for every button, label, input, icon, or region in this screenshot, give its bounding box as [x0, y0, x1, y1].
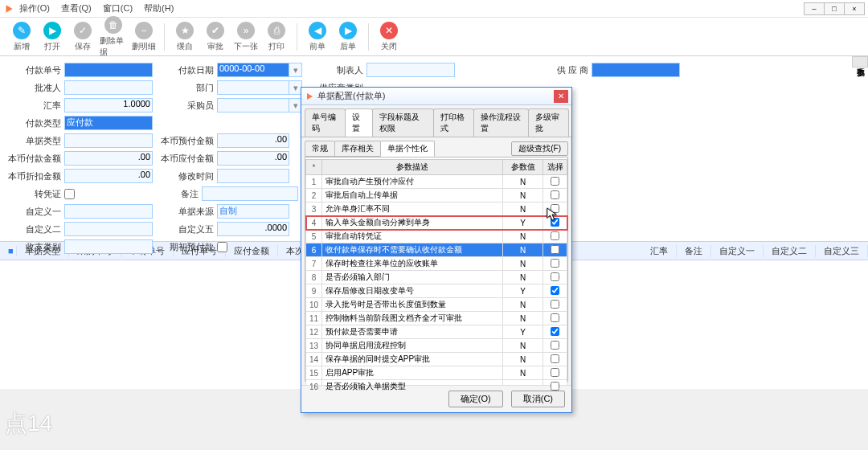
param-row[interactable]: 10 录入批号时是否带出长度值到数量 N	[306, 298, 567, 312]
param-val[interactable]: N	[503, 230, 543, 243]
param-check[interactable]	[551, 327, 559, 336]
param-row[interactable]: 14 保存单据的同时提交APP审批 N	[306, 353, 567, 366]
param-val[interactable]: N	[503, 298, 543, 312]
param-val[interactable]: N	[503, 202, 543, 216]
field-maker[interactable]	[366, 63, 455, 77]
field-source[interactable]: 自制	[217, 204, 289, 219]
chk-voucher[interactable]	[64, 189, 75, 199]
field-buyer[interactable]	[217, 98, 289, 112]
field-bcshpay[interactable]: .00	[217, 151, 289, 166]
ok-button[interactable]: 确定(O)	[448, 391, 503, 407]
field-receipt[interactable]	[64, 239, 153, 254]
dialog-tab[interactable]: 单号编码	[305, 108, 346, 137]
param-check[interactable]	[551, 231, 559, 240]
field-modtime[interactable]	[217, 169, 289, 183]
param-val[interactable]: N	[503, 189, 543, 202]
dialog-close-icon[interactable]: ✕	[554, 90, 568, 103]
next-record-button[interactable]: ▶后单	[334, 22, 362, 52]
dialog-tab[interactable]: 操作流程设置	[473, 108, 528, 137]
param-val[interactable]: N	[503, 243, 543, 257]
param-row[interactable]: 2 审批后自动上传单据 N	[306, 189, 567, 202]
field-approver[interactable]	[64, 80, 153, 95]
param-row[interactable]: 1 审批自动产生预付冲应付 N	[306, 175, 567, 189]
dialog-tab[interactable]: 打印格式	[433, 108, 474, 137]
param-val[interactable]: Y	[503, 284, 543, 298]
param-check[interactable]	[551, 382, 559, 391]
param-check[interactable]	[551, 313, 559, 322]
menu-help[interactable]: 帮助(H)	[144, 2, 174, 14]
approve-button[interactable]: ✔审批	[202, 22, 229, 52]
field-remark[interactable]	[202, 186, 298, 201]
date-dropdown-icon[interactable]: ▾	[289, 63, 302, 77]
prev-record-button[interactable]: ◀前单	[304, 22, 331, 52]
maximize-icon[interactable]: □	[824, 2, 845, 15]
param-row[interactable]: 13 协同单据启用流程控制 N	[306, 339, 567, 353]
param-row[interactable]: 7 保存时检查往来单位的应收账单 N	[306, 257, 567, 271]
menu-view[interactable]: 查看(Q)	[61, 2, 92, 14]
param-check[interactable]	[551, 341, 559, 350]
param-check[interactable]	[551, 259, 559, 268]
field-dept[interactable]	[217, 80, 289, 95]
chk-initpre[interactable]	[217, 242, 227, 252]
param-row[interactable]: 15 启用APP审批 N	[306, 366, 567, 380]
param-row[interactable]: 11 控制物料当前阶段图文档齐全才可审批 N	[306, 312, 567, 325]
menu-window[interactable]: 窗口(C)	[103, 2, 133, 14]
param-check[interactable]	[551, 245, 559, 254]
field-cust2[interactable]	[64, 222, 153, 236]
param-val[interactable]: N	[503, 353, 543, 366]
param-check[interactable]	[551, 272, 559, 281]
super-search-button[interactable]: 超级查找(F)	[511, 141, 568, 156]
field-prepay[interactable]: .00	[217, 133, 289, 148]
field-billdate[interactable]: 0000-00-00	[217, 63, 289, 77]
param-check[interactable]	[551, 190, 559, 199]
subtab[interactable]: 常规	[305, 141, 335, 157]
param-val[interactable]: N	[503, 175, 543, 189]
param-check[interactable]	[551, 177, 559, 186]
close-window-icon[interactable]: ×	[844, 2, 865, 15]
field-billstyle[interactable]	[64, 133, 153, 148]
param-check[interactable]	[551, 204, 559, 213]
dialog-tab[interactable]: 多级审批	[528, 108, 569, 137]
save-button[interactable]: ✓保存	[69, 22, 96, 52]
subtab[interactable]: 库存相关	[334, 141, 381, 157]
param-check[interactable]	[551, 368, 559, 377]
subtab[interactable]: 单据个性化	[380, 141, 435, 157]
field-cust5[interactable]: .0000	[217, 222, 289, 236]
field-cust1[interactable]	[64, 204, 153, 219]
param-row[interactable]: 6 收付款单保存时不需要确认收付款金额 N	[306, 243, 567, 257]
param-val[interactable]: Y	[503, 325, 543, 339]
field-bcdisc[interactable]: .00	[64, 169, 153, 183]
dialog-tab[interactable]: 字段标题及权限	[372, 108, 434, 137]
param-row[interactable]: 4 输入单头金额自动分摊到单身 Y	[306, 216, 567, 230]
param-check[interactable]	[551, 300, 559, 309]
new-button[interactable]: ✎新增	[8, 22, 35, 52]
param-check[interactable]	[551, 286, 559, 295]
field-bcpay[interactable]: .00	[64, 151, 153, 166]
param-val[interactable]: N	[503, 257, 543, 271]
impact-button[interactable]: ★缓自	[171, 22, 199, 52]
param-row[interactable]: 12 预付款是否需要申请 Y	[306, 325, 567, 339]
param-row[interactable]: 8 是否必须输入部门 N	[306, 271, 567, 284]
delete-bill-button[interactable]: 🗑删除单据	[100, 16, 127, 58]
print-button[interactable]: ⎙打印	[263, 22, 290, 52]
param-val[interactable]: N	[503, 312, 543, 325]
param-check[interactable]	[551, 218, 559, 227]
param-val[interactable]: N	[503, 339, 543, 353]
param-check[interactable]	[551, 354, 559, 363]
menu-ops[interactable]: 操作(O)	[19, 2, 50, 14]
param-row[interactable]: 5 审批自动转凭证 N	[306, 230, 567, 243]
minimize-icon[interactable]: –	[804, 2, 825, 15]
field-billno[interactable]	[64, 63, 153, 77]
close-button[interactable]: ✕关闭	[375, 22, 403, 52]
field-supplier[interactable]	[592, 63, 680, 77]
delete-detail-button[interactable]: −删明细	[130, 22, 158, 52]
param-val[interactable]: N	[503, 366, 543, 380]
next-bill-button[interactable]: »下一张	[232, 22, 260, 52]
param-row[interactable]: 9 保存后修改日期改变单号 Y	[306, 284, 567, 298]
cancel-button[interactable]: 取消(C)	[511, 391, 565, 407]
dialog-tab[interactable]: 设置	[345, 108, 373, 137]
param-val[interactable]: N	[503, 271, 543, 284]
field-ptype[interactable]: 应付款	[64, 116, 153, 130]
right-tab[interactable]: 参数选项	[852, 56, 868, 68]
open-button[interactable]: ▶打开	[39, 22, 66, 52]
